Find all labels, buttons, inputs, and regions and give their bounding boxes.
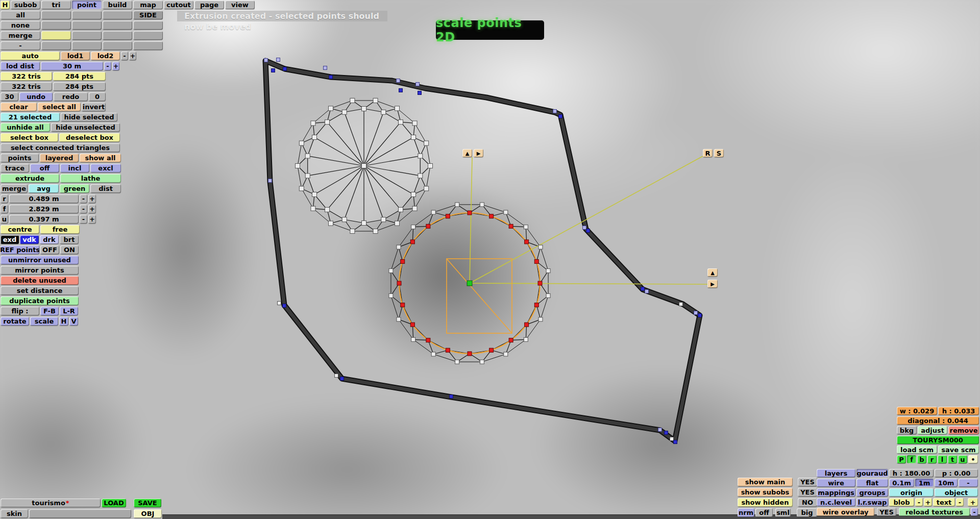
sml-button[interactable]: sml bbox=[775, 508, 791, 517]
n-c-level-button[interactable]: n.c.level bbox=[817, 498, 855, 506]
mesh-point[interactable] bbox=[412, 121, 417, 126]
selected-point[interactable] bbox=[698, 314, 702, 317]
mesh-point[interactable] bbox=[305, 154, 310, 158]
0-397-m-button[interactable]: 0.397 m bbox=[9, 215, 79, 224]
show-subobs-button[interactable]: show subobs bbox=[738, 488, 793, 497]
selected-point[interactable] bbox=[426, 338, 430, 342]
selected-point[interactable] bbox=[534, 259, 538, 263]
flat-button[interactable]: flat bbox=[856, 479, 888, 487]
selected-point[interactable] bbox=[410, 323, 414, 327]
mesh-point[interactable] bbox=[546, 269, 550, 273]
-button[interactable]: + bbox=[129, 52, 136, 60]
merge-button[interactable]: merge bbox=[1, 31, 40, 40]
selected-point[interactable] bbox=[489, 214, 494, 218]
-button[interactable]: + bbox=[924, 498, 932, 506]
show-subobs-toggle[interactable]: YES bbox=[798, 488, 817, 497]
nudge-up-button[interactable]: ▲ bbox=[462, 149, 472, 157]
bkg-button[interactable]: bkg bbox=[897, 426, 917, 434]
mesh-point[interactable] bbox=[362, 221, 366, 226]
deselect-box-button[interactable]: deselect box bbox=[59, 133, 120, 142]
selected-point[interactable] bbox=[641, 287, 645, 291]
mesh-point[interactable] bbox=[381, 217, 386, 222]
show-all-button[interactable]: show all bbox=[80, 154, 121, 162]
mesh-point[interactable] bbox=[424, 186, 429, 191]
mesh-point[interactable] bbox=[324, 66, 327, 70]
0-489-m-button[interactable]: 0.489 m bbox=[9, 194, 79, 203]
groups-button[interactable]: groups bbox=[856, 488, 888, 497]
load-button[interactable]: LOAD bbox=[102, 499, 126, 507]
blank-cell[interactable] bbox=[41, 41, 71, 50]
pitch-readout[interactable]: p : 0.00 bbox=[935, 469, 978, 477]
show-main-button[interactable]: show main bbox=[738, 478, 793, 486]
wire-button[interactable]: wire bbox=[817, 479, 855, 487]
r-button[interactable]: r bbox=[1, 194, 8, 203]
off-button[interactable]: off bbox=[30, 164, 59, 172]
merge-button[interactable]: merge bbox=[1, 184, 28, 193]
selected-point[interactable] bbox=[468, 352, 472, 356]
off-button[interactable]: off bbox=[755, 508, 773, 517]
save-button[interactable]: SAVE bbox=[134, 499, 161, 507]
redo-button[interactable]: redo bbox=[54, 92, 88, 101]
mesh-point[interactable] bbox=[329, 106, 333, 111]
selected-point[interactable] bbox=[468, 211, 472, 215]
selected-point[interactable] bbox=[525, 323, 529, 327]
-button[interactable]: - bbox=[80, 205, 87, 213]
mesh-point[interactable] bbox=[362, 164, 366, 168]
wire-overlay-toggle[interactable]: YES bbox=[877, 508, 896, 516]
mesh-point[interactable] bbox=[264, 59, 268, 62]
undo-button[interactable]: undo bbox=[19, 92, 53, 101]
mesh-point[interactable] bbox=[342, 110, 347, 114]
selected-point[interactable] bbox=[489, 348, 494, 352]
selected-point[interactable] bbox=[534, 303, 538, 307]
mesh-point[interactable] bbox=[335, 374, 338, 378]
mesh-point[interactable] bbox=[397, 245, 401, 249]
mesh-point[interactable] bbox=[389, 269, 393, 273]
h-button[interactable]: H bbox=[1, 1, 10, 9]
selected-point[interactable] bbox=[283, 67, 287, 71]
obj-button[interactable]: OBJ bbox=[134, 509, 162, 518]
mesh-point[interactable] bbox=[268, 179, 272, 183]
blank-cell[interactable] bbox=[103, 41, 132, 50]
layered-button[interactable]: layered bbox=[40, 154, 79, 162]
blank-cell[interactable] bbox=[41, 11, 71, 19]
view-button[interactable]: view bbox=[225, 1, 255, 9]
selected-point[interactable] bbox=[586, 229, 590, 233]
axis-up-button[interactable]: ▲ bbox=[707, 268, 718, 277]
save-scm-button[interactable]: save scm bbox=[938, 446, 979, 454]
blank-cell[interactable] bbox=[103, 31, 132, 40]
blank-cell[interactable] bbox=[41, 31, 71, 40]
mesh-point[interactable] bbox=[583, 226, 586, 230]
set-distance-button[interactable]: set distance bbox=[1, 286, 79, 295]
u-button[interactable]: u bbox=[958, 455, 967, 463]
f-button[interactable]: f bbox=[1, 205, 8, 213]
mesh-point[interactable] bbox=[350, 229, 355, 234]
selected-point[interactable] bbox=[446, 214, 450, 218]
mesh-point[interactable] bbox=[395, 221, 400, 226]
lod1-button[interactable]: lod1 bbox=[61, 52, 90, 60]
mesh-point[interactable] bbox=[312, 135, 317, 140]
-button[interactable]: - bbox=[121, 52, 128, 60]
-button[interactable]: - bbox=[956, 498, 964, 506]
mesh-point[interactable] bbox=[329, 221, 333, 226]
tri-button[interactable]: tri bbox=[41, 1, 71, 9]
object-button[interactable]: object bbox=[935, 488, 978, 497]
build-button[interactable]: build bbox=[103, 1, 132, 9]
mesh-point[interactable] bbox=[362, 107, 366, 111]
duplicate-points-button[interactable]: duplicate points bbox=[1, 296, 79, 305]
show-hidden-button[interactable]: show hidden bbox=[738, 498, 793, 507]
h-button[interactable]: H bbox=[59, 317, 68, 326]
side-button[interactable]: SIDE bbox=[133, 11, 163, 19]
mesh-point[interactable] bbox=[350, 98, 355, 103]
selected-point[interactable] bbox=[426, 224, 430, 228]
lod-dist-button[interactable]: lod dist bbox=[1, 62, 40, 70]
mesh-point[interactable] bbox=[311, 206, 315, 211]
blank-cell[interactable] bbox=[103, 11, 132, 19]
scale-button[interactable]: scale bbox=[30, 317, 58, 326]
blank-cell[interactable] bbox=[133, 41, 163, 50]
excl-button[interactable]: excl bbox=[90, 164, 121, 172]
select-connected-triangles-button[interactable]: select connected triangles bbox=[1, 143, 120, 152]
free-button[interactable]: free bbox=[40, 225, 80, 234]
trace-button[interactable]: trace bbox=[1, 164, 29, 172]
mesh-point[interactable] bbox=[455, 360, 459, 364]
blank-cell[interactable] bbox=[133, 31, 163, 40]
